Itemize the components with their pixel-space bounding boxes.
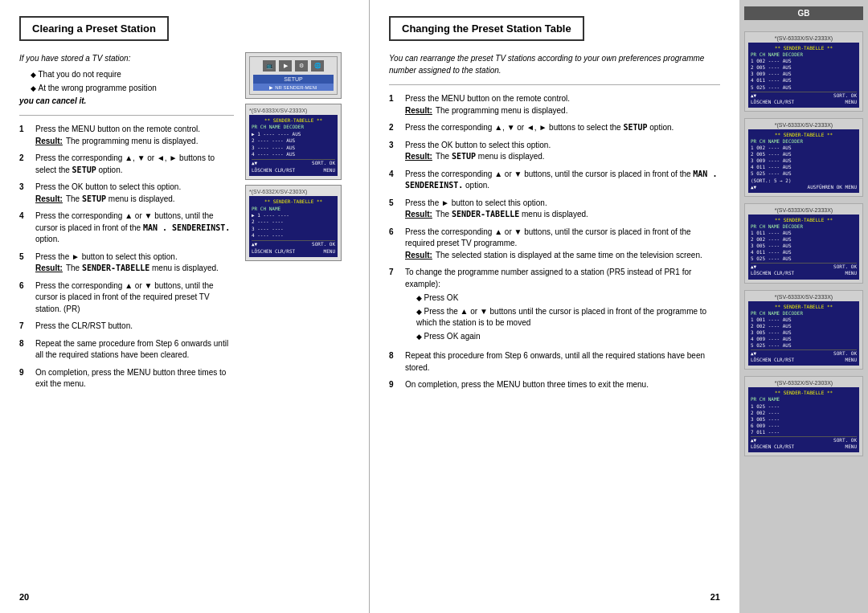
left-step-9: 9 On completion, press the MENU button t… bbox=[19, 367, 234, 390]
tv-mockup-sender-2: *(SV-6332X/SV-2303X) ** SENDER-TABELLE *… bbox=[245, 185, 342, 261]
right-step-5: 5 Press the ► button to select this opti… bbox=[389, 198, 720, 221]
tv-icon-4: 🌐 bbox=[311, 60, 324, 72]
left-step-5: 5 Press the ► button to select this opti… bbox=[19, 251, 234, 275]
left-divider bbox=[19, 115, 234, 116]
sidebar-panel-3: *(SV-6333X/SV-2333X) ** SENDER-TABELLE *… bbox=[744, 203, 863, 284]
right-step-2: 2 Press the corresponding ▲, ▼ or ◄, ► b… bbox=[389, 122, 720, 134]
right-step-list: 1 Press the MENU button on the remote co… bbox=[389, 93, 720, 391]
tv-mockup-top: 📺 ▶ ⚙ 🌐 SETUP ▶ NR SENDER-MENI bbox=[245, 52, 342, 99]
right-step-1: 1 Press the MENU button on the remote co… bbox=[389, 93, 720, 116]
gb-badge: GB bbox=[744, 6, 863, 20]
sidebar-panel-1: *(SV-6333X/SV-2333X) ** SENDER-TABELLE *… bbox=[744, 31, 863, 112]
right-step-4: 4 Press the corresponding ▲ or ▼ buttons… bbox=[389, 169, 720, 192]
left-step-7: 7 Press the CLR/RST button. bbox=[19, 321, 234, 333]
setup-label: SETUP bbox=[253, 75, 334, 84]
right-intro: You can rearrange the preset TV stations… bbox=[389, 52, 720, 76]
right-page-num: 21 bbox=[710, 592, 720, 602]
left-step-2: 2 Press the corresponding ▲, ▼ or ◄, ► b… bbox=[19, 153, 234, 176]
sidebar: GB *(SV-6333X/SV-2333X) ** SENDER-TABELL… bbox=[739, 0, 868, 613]
left-main-content: If you have stored a TV station: That yo… bbox=[19, 52, 350, 396]
left-tv-mockups: 📺 ▶ ⚙ 🌐 SETUP ▶ NR SENDER-MENI *(SV-6333… bbox=[245, 52, 350, 396]
page-right: Changing the Preset Station Table You ca… bbox=[370, 0, 739, 613]
right-step-3: 3 Press the OK button to select this opt… bbox=[389, 140, 720, 163]
right-section-title: Changing the Preset Station Table bbox=[389, 16, 584, 41]
left-section-title: Clearing a Preset Station bbox=[19, 16, 169, 41]
left-bullet-1: That you do not require bbox=[31, 69, 234, 80]
right-step-9: 9 On completion, press the MENU button t… bbox=[389, 379, 720, 391]
left-step-6: 6 Press the corresponding ▲ or ▼ buttons… bbox=[19, 280, 234, 316]
left-step-8: 8 Repeat the same procedure from Step 6 … bbox=[19, 338, 234, 362]
page-left: Clearing a Preset Station If you have st… bbox=[0, 0, 370, 613]
right-divider bbox=[389, 84, 720, 85]
left-page-num: 20 bbox=[19, 592, 29, 602]
right-step-6: 6 Press the corresponding ▲ or ▼ buttons… bbox=[389, 227, 720, 262]
left-intro: If you have stored a TV station: bbox=[19, 52, 234, 64]
tv-icon-2: ▶ bbox=[279, 60, 292, 72]
sidebar-panel-4: *(SV-6333X/SV-2333X) ** SENDER-TABELLE *… bbox=[744, 290, 863, 370]
left-steps-area: If you have stored a TV station: That yo… bbox=[19, 52, 234, 396]
sidebar-panel-2: *(SV-6333X/SV-2333X) ** SENDER-TABELLE *… bbox=[744, 118, 863, 197]
tv-mockup-sender-1: *(SV-6333X/SV-2333X) ** SENDER-TABELLE *… bbox=[245, 104, 342, 180]
gb-badge-container: GB bbox=[744, 6, 863, 25]
left-step-1: 1 Press the MENU button on the remote co… bbox=[19, 124, 234, 147]
sidebar-panel-5: *(SV-6332X/SV-2303X) ** SENDER-TABELLE *… bbox=[744, 376, 863, 456]
left-step-3: 3 Press the OK button to select this opt… bbox=[19, 182, 234, 205]
left-cancel: you can cancel it. bbox=[19, 96, 234, 105]
right-step-7: 7 To change the programme number assigne… bbox=[389, 267, 720, 345]
left-bullet-2: At the wrong programme position bbox=[31, 83, 234, 94]
nr-sender: ▶ NR SENDER-MENI bbox=[253, 84, 334, 91]
right-step-8: 8 Repeat this procedure from Step 6 onwa… bbox=[389, 350, 720, 374]
left-step-4: 4 Press the corresponding ▲ or ▼ buttons… bbox=[19, 210, 234, 246]
tv-icon-3: ⚙ bbox=[295, 60, 308, 72]
tv-icon-1: 📺 bbox=[263, 60, 276, 72]
left-step-list: 1 Press the MENU button on the remote co… bbox=[19, 124, 234, 390]
